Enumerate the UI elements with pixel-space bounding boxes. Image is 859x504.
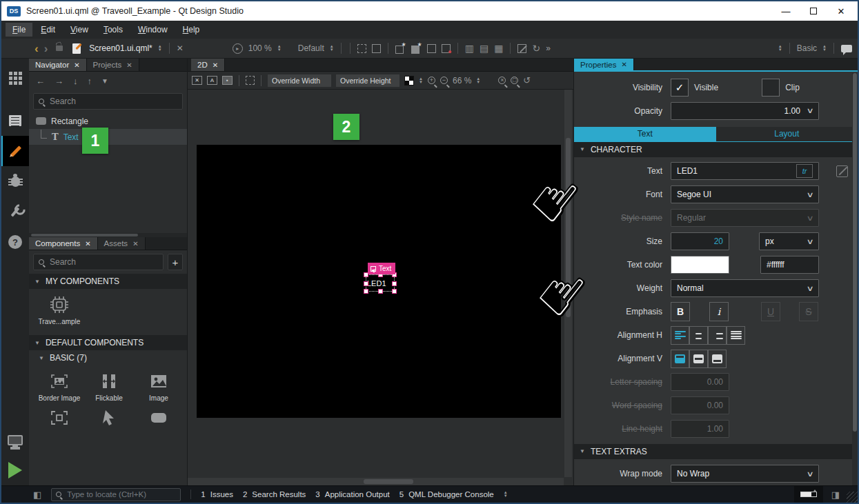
- pane-search-results[interactable]: 2Search Results: [243, 490, 306, 498]
- tab-assets[interactable]: Assets✕: [98, 237, 146, 250]
- navigator-search-box[interactable]: [33, 93, 183, 110]
- help-mode-button[interactable]: [1, 227, 29, 257]
- columns-view-icon[interactable]: ▥: [465, 43, 474, 53]
- build-progress-widget[interactable]: [794, 486, 823, 503]
- run-preview-icon[interactable]: ▸: [233, 43, 243, 54]
- kit-selector-button[interactable]: [1, 425, 29, 455]
- close-icon[interactable]: ✕: [621, 61, 626, 68]
- size-input[interactable]: 20: [671, 232, 729, 250]
- resize-handle[interactable]: [392, 281, 397, 286]
- bold-button[interactable]: B: [671, 302, 690, 321]
- tab-layout[interactable]: Layout: [716, 127, 858, 141]
- zoom-spinner[interactable]: ▲▼: [277, 45, 282, 52]
- panes-spinner[interactable]: ▲▼: [504, 491, 508, 498]
- frame-icon[interactable]: [427, 44, 436, 53]
- tab-properties[interactable]: Properties✕: [574, 59, 634, 70]
- grid-view-icon[interactable]: ▦: [494, 43, 503, 53]
- menu-tools[interactable]: Tools: [97, 23, 130, 37]
- file-spinner[interactable]: ▲▼: [158, 45, 162, 52]
- close-icon[interactable]: ✕: [132, 240, 138, 248]
- rotate-icon[interactable]: ↻: [532, 43, 540, 53]
- style-spinner[interactable]: ▲▼: [822, 45, 827, 52]
- component-flickable[interactable]: Flickable: [84, 365, 134, 402]
- character-section-header[interactable]: ▼ CHARACTER: [574, 142, 858, 157]
- tab-text[interactable]: Text: [574, 127, 716, 141]
- show-bounding-x-icon[interactable]: ✕: [192, 76, 202, 85]
- pane-qml-debugger-console[interactable]: 5QML Debugger Console: [399, 490, 494, 498]
- close-icon[interactable]: ✕: [85, 240, 90, 248]
- toolbar-zoom-value[interactable]: 100 %: [248, 43, 272, 53]
- zoom-selection-icon[interactable]: ×: [498, 77, 506, 84]
- pane-application-output[interactable]: 3Application Output: [315, 490, 389, 498]
- filter-icon[interactable]: ▼: [101, 77, 108, 85]
- style-selector[interactable]: Basic: [797, 43, 817, 53]
- align-center-button[interactable]: [689, 326, 708, 345]
- component-image[interactable]: Image: [134, 365, 184, 402]
- pane-issues[interactable]: 1Issues: [201, 490, 233, 498]
- curve-editor-icon[interactable]: [372, 44, 381, 53]
- italic-button[interactable]: i: [709, 302, 729, 321]
- minimize-button[interactable]: —: [772, 3, 800, 19]
- background-color-icon[interactable]: [404, 76, 414, 85]
- font-dropdown[interactable]: Segoe UI ∨: [671, 185, 819, 203]
- component-travel-example[interactable]: Trave...ample: [34, 289, 84, 325]
- menu-file[interactable]: File: [6, 23, 32, 37]
- properties-scrollbar[interactable]: [852, 73, 858, 485]
- design-mode-button[interactable]: [1, 136, 29, 166]
- text-input[interactable]: LED1 tr: [671, 162, 819, 180]
- align-justify-button[interactable]: [727, 326, 745, 345]
- tab-components[interactable]: Components✕: [29, 237, 98, 250]
- resize-grip[interactable]: [847, 492, 858, 503]
- move-timeline-icon[interactable]: [357, 44, 366, 53]
- canvas-zoom-value[interactable]: 66 %: [453, 76, 471, 85]
- back-icon[interactable]: ‹: [34, 43, 39, 54]
- debug-mode-button[interactable]: [1, 166, 29, 196]
- forward-icon[interactable]: ›: [44, 43, 48, 54]
- override-height-field[interactable]: Override Height: [336, 74, 399, 87]
- visible-checkbox[interactable]: ✓: [671, 79, 689, 97]
- default-components-header[interactable]: ▼ DEFAULT COMPONENTS: [29, 335, 187, 350]
- toggle-right-sidebar-icon[interactable]: ◨: [831, 490, 840, 500]
- navigator-hscrollbar[interactable]: [29, 233, 187, 237]
- tab-2d[interactable]: 2D✕: [191, 59, 225, 71]
- show-solid-icon[interactable]: ▪: [222, 76, 233, 85]
- resize-handle[interactable]: [364, 289, 368, 294]
- menu-edit[interactable]: Edit: [34, 23, 62, 37]
- selected-text-item[interactable]: LED1: [366, 274, 395, 292]
- projects-mode-button[interactable]: [1, 196, 29, 227]
- tab-projects[interactable]: Projects✕: [87, 59, 139, 71]
- component-item[interactable]: [34, 402, 84, 427]
- align-bottom-button[interactable]: [708, 350, 727, 368]
- unlock-icon[interactable]: [56, 46, 63, 51]
- run-button[interactable]: [1, 455, 29, 485]
- zoom-in-icon[interactable]: +: [428, 77, 435, 84]
- text-extras-section-header[interactable]: ▼ TEXT EXTRAS: [574, 444, 858, 459]
- resize-handle[interactable]: [364, 281, 368, 286]
- add-module-button[interactable]: +: [168, 254, 183, 270]
- open-file-name[interactable]: Screen01.ui.qml*: [89, 43, 152, 53]
- edit-document-icon[interactable]: [72, 43, 81, 54]
- show-labels-icon[interactable]: A: [207, 76, 217, 85]
- menu-help[interactable]: Help: [176, 23, 207, 37]
- weight-dropdown[interactable]: Normal ∨: [671, 279, 819, 297]
- move-down-icon[interactable]: ↓: [73, 76, 78, 86]
- tab-navigator[interactable]: Navigator✕: [29, 59, 87, 71]
- root-outline-icon[interactable]: [246, 76, 255, 85]
- components-search-box[interactable]: [33, 254, 164, 270]
- menu-window[interactable]: Window: [131, 23, 175, 37]
- close-icon[interactable]: ✕: [126, 61, 132, 69]
- basic-section-header[interactable]: ▼ BASIC (7): [29, 350, 187, 365]
- close-button[interactable]: ✕: [827, 3, 855, 19]
- align-right-button[interactable]: [708, 326, 727, 345]
- resize-handle[interactable]: [392, 289, 397, 294]
- paste-formatting-icon[interactable]: [411, 43, 422, 54]
- edit-text-icon[interactable]: [836, 165, 848, 177]
- resize-handle[interactable]: [378, 289, 383, 294]
- text-color-hex-input[interactable]: #ffffff: [760, 256, 819, 274]
- canvas-hscrollbar[interactable]: [188, 478, 564, 485]
- toggle-left-sidebar-icon[interactable]: ◧: [33, 490, 41, 500]
- annotation-edit-icon[interactable]: [517, 44, 526, 53]
- toolbar-overflow[interactable]: »: [546, 43, 551, 53]
- frame-record-icon[interactable]: [442, 44, 451, 53]
- align-left-button[interactable]: [671, 326, 689, 345]
